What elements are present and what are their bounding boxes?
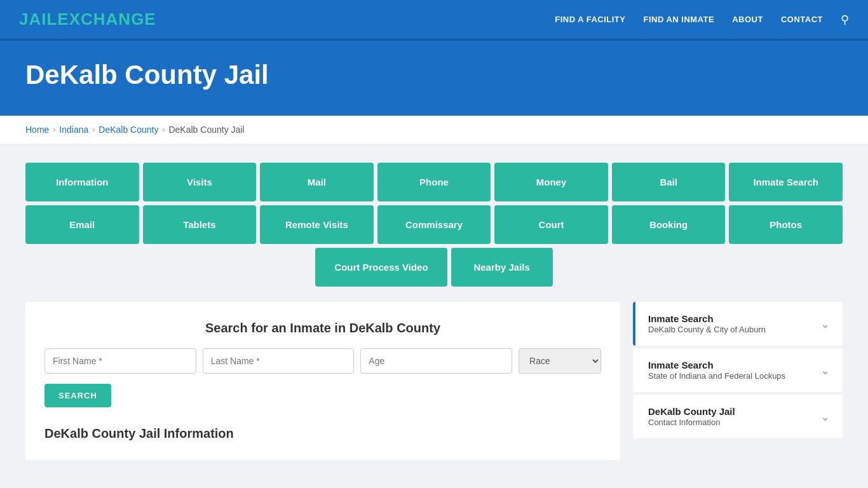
- nav-links: FIND A FACILITY FIND AN INMATE ABOUT CON…: [555, 13, 849, 27]
- breadcrumb-current: DeKalb County Jail: [168, 125, 244, 135]
- sidebar-card-indiana-text: Inmate Search State of Indiana and Feder…: [648, 360, 785, 381]
- chevron-down-icon-2: ⌄: [820, 363, 830, 377]
- sidebar-card-dekalb-title: Inmate Search: [648, 313, 766, 324]
- sidebar-card-contact[interactable]: DeKalb County Jail Contact Information ⌄: [633, 395, 843, 438]
- btn-visits[interactable]: Visits: [143, 163, 257, 201]
- sidebar-card-dekalb[interactable]: Inmate Search DeKalb County & City of Au…: [633, 302, 843, 346]
- main-content: Information Visits Mail Phone Money Bail…: [0, 144, 868, 479]
- sidebar-card-dekalb-text: Inmate Search DeKalb County & City of Au…: [648, 313, 766, 334]
- logo-part2: EXCHANGE: [57, 10, 156, 29]
- grid-row-1: Information Visits Mail Phone Money Bail…: [25, 163, 843, 201]
- btn-nearby-jails[interactable]: Nearby Jails: [451, 248, 553, 287]
- btn-information[interactable]: Information: [25, 163, 139, 201]
- left-panel: Search for an Inmate in DeKalb County Ra…: [25, 302, 620, 460]
- btn-email[interactable]: Email: [25, 205, 139, 244]
- search-form: Race White Black Hispanic Asian Other: [44, 348, 601, 374]
- nav-about[interactable]: ABOUT: [732, 15, 763, 24]
- sidebar-card-indiana-subtitle: State of Indiana and Federal Lockups: [648, 371, 785, 381]
- btn-bail[interactable]: Bail: [612, 163, 726, 201]
- breadcrumb-home[interactable]: Home: [25, 125, 49, 135]
- site-logo[interactable]: JAILEXCHANGE: [19, 10, 156, 29]
- sidebar-card-contact-subtitle: Contact Information: [648, 417, 720, 427]
- sidebar-card-indiana[interactable]: Inmate Search State of Indiana and Feder…: [633, 348, 843, 392]
- btn-court-process-video[interactable]: Court Process Video: [315, 248, 447, 287]
- info-title: DeKalb County Jail Information: [44, 426, 601, 441]
- right-panel: Inmate Search DeKalb County & City of Au…: [633, 302, 843, 460]
- nav-find-inmate[interactable]: FIND AN INMATE: [643, 15, 714, 24]
- sidebar-card-indiana-title: Inmate Search: [648, 360, 785, 370]
- btn-booking[interactable]: Booking: [612, 205, 726, 244]
- nav-contact[interactable]: CONTACT: [781, 15, 823, 24]
- search-title: Search for an Inmate in DeKalb County: [44, 321, 601, 336]
- breadcrumb-sep-2: ›: [92, 125, 95, 134]
- content-area: Search for an Inmate in DeKalb County Ra…: [25, 302, 843, 460]
- grid-row-2: Email Tablets Remote Visits Commissary C…: [25, 205, 843, 244]
- btn-tablets[interactable]: Tablets: [143, 205, 257, 244]
- hero-section: DeKalb County Jail: [0, 41, 868, 116]
- btn-money[interactable]: Money: [494, 163, 608, 201]
- btn-phone[interactable]: Phone: [377, 163, 491, 201]
- btn-court[interactable]: Court: [494, 205, 608, 244]
- breadcrumb-sep-1: ›: [53, 125, 55, 134]
- navbar: JAILEXCHANGE FIND A FACILITY FIND AN INM…: [0, 0, 868, 41]
- btn-commissary[interactable]: Commissary: [377, 205, 491, 244]
- sidebar-card-contact-title: DeKalb County Jail: [648, 406, 735, 417]
- breadcrumb-indiana[interactable]: Indiana: [59, 125, 88, 135]
- page-title: DeKalb County Jail: [25, 60, 843, 90]
- btn-remote-visits[interactable]: Remote Visits: [260, 205, 374, 244]
- first-name-input[interactable]: [44, 348, 196, 374]
- breadcrumb-dekalb-county[interactable]: DeKalb County: [98, 125, 158, 135]
- breadcrumb: Home › Indiana › DeKalb County › DeKalb …: [0, 116, 868, 144]
- btn-photos[interactable]: Photos: [729, 205, 843, 244]
- sidebar-card-contact-text: DeKalb County Jail Contact Information: [648, 406, 735, 427]
- age-input[interactable]: [360, 348, 512, 374]
- btn-mail[interactable]: Mail: [260, 163, 374, 201]
- search-button[interactable]: SEARCH: [44, 384, 111, 407]
- chevron-down-icon-3: ⌄: [820, 410, 830, 424]
- breadcrumb-sep-3: ›: [162, 125, 165, 134]
- logo-part1: JAIL: [19, 10, 57, 29]
- last-name-input[interactable]: [203, 348, 355, 374]
- nav-find-facility[interactable]: FIND A FACILITY: [555, 15, 625, 24]
- grid-row-3: Court Process Video Nearby Jails: [25, 248, 843, 287]
- chevron-down-icon-1: ⌄: [820, 317, 830, 331]
- search-icon[interactable]: ⚲: [841, 13, 849, 27]
- btn-inmate-search[interactable]: Inmate Search: [729, 163, 843, 201]
- sidebar-card-dekalb-subtitle: DeKalb County & City of Auburn: [648, 325, 766, 334]
- race-select[interactable]: Race White Black Hispanic Asian Other: [519, 348, 601, 374]
